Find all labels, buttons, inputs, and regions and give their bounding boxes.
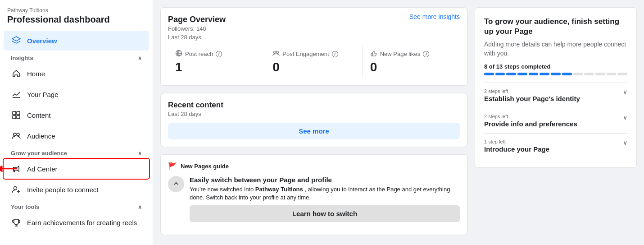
sidebar: Pathway Tuitions Professional dashboard … (0, 0, 153, 245)
see-more-button[interactable]: See more (168, 123, 460, 139)
sidebar-item-achievements-label: Earn achievements for creating reels (27, 219, 137, 227)
svg-rect-2 (13, 111, 16, 115)
grow-chevron: ∧ (138, 150, 142, 157)
progress-segment-4 (529, 73, 539, 75)
svg-rect-5 (17, 116, 20, 119)
home-icon (11, 68, 22, 79)
svg-marker-0 (12, 37, 20, 41)
new-page-likes-info-icon[interactable]: i (423, 51, 429, 57)
step-2-badge: 2 steps left (484, 114, 577, 119)
page-overview-card: Page Overview Followers: 140 See more in… (160, 7, 467, 86)
sidebar-item-home[interactable]: Home (4, 64, 149, 83)
svg-rect-4 (13, 116, 16, 119)
progress-segment-8 (573, 73, 583, 75)
sidebar-item-your-page[interactable]: Your Page (4, 84, 149, 104)
tools-section-header: Your tools ∧ (0, 200, 153, 212)
progress-segment-0 (484, 73, 494, 75)
guide-desc-prefix: You're now switched into (190, 186, 254, 193)
guide-page-name: Pathway Tuitions (255, 186, 303, 193)
svg-rect-3 (17, 111, 20, 115)
post-engagement-value: 0 (272, 60, 355, 74)
grow-label: Grow your audience (11, 150, 67, 157)
progress-segment-11 (607, 73, 617, 75)
person-add-icon (11, 184, 22, 195)
progress-segment-2 (506, 73, 516, 75)
insights-section-header: Insights ∧ (0, 51, 153, 63)
progress-segment-5 (540, 73, 549, 75)
see-more-insights-link[interactable]: See more insights (409, 13, 460, 20)
post-reach-value: 1 (175, 60, 258, 74)
new-pages-guide-card: 🚩 New Pages guide Easily switch between … (160, 154, 467, 235)
guide-item-title: Easily switch between your Page and prof… (190, 176, 460, 184)
progress-segment-1 (495, 73, 505, 75)
post-reach-info-icon[interactable]: i (216, 51, 222, 57)
sidebar-item-content[interactable]: Content (4, 105, 149, 125)
step-2-content: 2 steps left Provide info and preference… (484, 114, 577, 128)
progress-segment-7 (562, 73, 572, 75)
metric-post-engagement: Post Engagement i 0 (265, 46, 363, 78)
step-1-content: 2 steps left Establish your Page's ident… (484, 88, 580, 102)
svg-point-6 (14, 133, 16, 136)
people-icon (11, 130, 22, 141)
progress-segment-3 (517, 73, 527, 75)
engagement-icon (272, 50, 280, 58)
layers-icon (11, 35, 22, 46)
guide-item-content: Easily switch between your Page and prof… (190, 176, 460, 222)
progress-segment-6 (551, 73, 561, 75)
step-1-chevron: ∨ (623, 88, 627, 96)
sidebar-item-audience[interactable]: Audience (4, 126, 149, 146)
company-name: Pathway Tuitions (7, 7, 145, 14)
metric-new-page-likes: New Page likes i 0 (363, 46, 460, 78)
guide-header-label: New Pages guide (181, 163, 229, 170)
megaphone-icon (11, 163, 22, 174)
new-page-likes-label: New Page likes (380, 51, 421, 57)
svg-point-23 (175, 182, 177, 184)
followers-label: Followers: (168, 25, 195, 32)
step-3-badge: 1 step left (484, 139, 549, 144)
recent-content-card: Recent content Last 28 days See more (160, 93, 467, 147)
left-panel: Page Overview Followers: 140 See more in… (160, 7, 467, 238)
post-engagement-info-icon[interactable]: i (332, 51, 338, 57)
sidebar-item-your-page-label: Your Page (27, 91, 59, 98)
sidebar-item-home-label: Home (27, 70, 45, 78)
metrics-row: Post reach i 1 (168, 46, 460, 78)
grow-section-header: Grow your audience ∧ (0, 146, 153, 158)
brand: Pathway Tuitions Professional dashboard (0, 7, 153, 30)
step-3-chevron: ∨ (623, 139, 627, 146)
learn-how-button[interactable]: Learn how to switch (190, 205, 460, 222)
step-item-2[interactable]: 2 steps left Provide info and preference… (484, 108, 627, 133)
recent-content-title: Recent content (168, 101, 460, 110)
tools-chevron: ∧ (138, 204, 142, 210)
grid-icon (11, 110, 22, 120)
step-1-badge: 2 steps left (484, 88, 580, 94)
sidebar-item-overview[interactable]: Overview (4, 31, 149, 51)
insights-chevron: ∧ (138, 55, 142, 61)
sidebar-item-invite[interactable]: Invite people to connect (4, 180, 149, 199)
sidebar-item-invite-label: Invite people to connect (27, 186, 98, 194)
step-item-1[interactable]: 2 steps left Establish your Page's ident… (484, 83, 627, 108)
sidebar-item-ad-center[interactable]: Ad Center (4, 159, 149, 179)
guide-item: Easily switch between your Page and prof… (168, 176, 460, 222)
step-3-content: 1 step left Introduce your Page (484, 139, 549, 153)
svg-point-7 (17, 133, 19, 136)
post-reach-label: Post reach (185, 51, 213, 57)
metric-post-engagement-label: Post Engagement i (272, 50, 355, 58)
guide-item-desc: You're now switched into Pathway Tuition… (190, 185, 460, 202)
sidebar-item-achievements[interactable]: Earn achievements for creating reels (4, 213, 149, 232)
tools-label: Your tools (11, 203, 39, 210)
flag-icon: 🚩 (168, 162, 177, 171)
grow-desc: Adding more details can help more people… (484, 40, 627, 58)
progress-segment-9 (584, 73, 594, 75)
metric-post-reach-label: Post reach i (175, 50, 258, 58)
overview-period: Last 28 days (168, 34, 460, 41)
progress-segment-12 (617, 73, 627, 75)
sidebar-item-audience-label: Audience (27, 132, 55, 140)
followers-count: 140 (196, 25, 206, 32)
grow-title: To grow your audience, finish setting up… (484, 17, 627, 37)
sidebar-item-content-label: Content (27, 111, 51, 119)
step-1-title: Establish your Page's identity (484, 95, 580, 102)
step-item-3[interactable]: 1 step left Introduce your Page ∨ (484, 133, 627, 158)
page-overview-title: Page Overview (168, 15, 226, 24)
metric-post-reach: Post reach i 1 (168, 46, 265, 78)
metric-new-page-likes-label: New Page likes i (370, 50, 453, 58)
